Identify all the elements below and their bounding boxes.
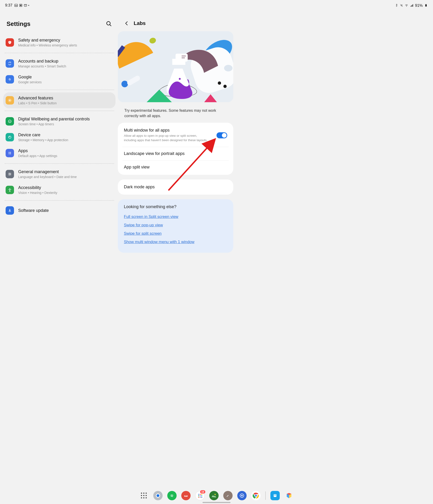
settings-item-title: Digital Wellbeing and parental controls [18,117,90,122]
svg-point-13 [9,152,9,153]
back-button[interactable] [123,20,130,27]
svg-point-15 [9,153,9,154]
settings-item-accounts[interactable]: Accounts and backupManage accounts • Sma… [3,55,116,72]
settings-item-apps[interactable]: AppsDefault apps • App settings [3,145,116,161]
labs-pane: Labs [118,13,236,274]
labs-dark-row-0[interactable]: Dark mode apps [118,180,233,194]
svg-text:!: ! [9,41,10,43]
settings-item-subtitle: Google services [18,80,42,84]
svg-point-18 [10,174,11,175]
devicecare-icon [6,133,14,141]
svg-point-17 [9,173,9,174]
settings-item-google[interactable]: GGoogleGoogle services [3,72,116,87]
settings-item-title: Apps [18,148,57,153]
settings-item-general[interactable]: General managementLanguage and keyboard … [3,166,116,182]
accessibility-icon [6,186,14,194]
labs-row-2[interactable]: App split view [123,160,229,174]
status-left-icons [14,3,29,7]
labs-card-darkmode: Dark mode apps [118,180,233,195]
image-icon [14,3,18,7]
settings-item-title: General management [18,169,77,174]
labs-row-1[interactable]: Landscape view for portrait apps [123,147,229,160]
settings-item-title: Advanced features [18,96,57,100]
svg-point-27 [179,78,181,80]
settings-item-subtitle: Screen time • App timers [18,122,90,126]
apps-icon [6,149,14,157]
svg-rect-0 [15,4,18,7]
looking-for-something-else: Looking for something else? Full screen … [118,199,233,253]
svg-point-34 [224,65,233,72]
svg-text:G: G [9,78,11,81]
safety-icon: ! [6,38,14,47]
wellbeing-icon [6,117,14,126]
lfse-link-0[interactable]: Full screen in Split screen view [124,213,227,221]
chevron-left-icon [124,21,129,26]
svg-point-10 [9,100,10,101]
svg-point-7 [107,21,110,25]
settings-item-subtitle: Storage • Memory • App protection [18,138,68,142]
status-bar: 9:37 91% [0,0,236,11]
settings-item-subtitle: Language and keyboard • Date and time [18,175,77,179]
settings-item-title: Software update [18,208,49,213]
settings-item-wellbeing[interactable]: Digital Wellbeing and parental controlsS… [3,113,116,129]
svg-point-24 [218,81,221,85]
svg-point-3 [25,5,26,6]
search-button[interactable] [105,20,113,27]
lfse-link-1[interactable]: Swipe for pop-up view [124,221,227,229]
settings-item-subtitle: Vision • Hearing • Dexterity [18,191,57,195]
group-separator [5,90,114,90]
settings-item-subtitle: Medical info • Wireless emergency alerts [18,43,77,47]
labs-description: Try experimental features. Some features… [118,106,233,123]
labs-title: Labs [134,20,145,26]
settings-item-advanced[interactable]: Advanced featuresLabs • S Pen • Side but… [3,92,116,108]
status-left: 9:37 [5,3,29,8]
svg-point-31 [122,81,128,87]
google-icon: G [6,75,14,83]
settings-title: Settings [7,20,31,27]
labs-row-0[interactable]: Multi window for all appsAllow all apps … [118,124,233,147]
lfse-heading: Looking for something else? [124,204,227,209]
search-icon [106,21,112,27]
labs-card-main: Multi window for all appsAllow all apps … [118,123,233,175]
square-icon [19,3,23,7]
labs-banner-illustration [118,31,233,102]
group-separator [5,163,114,164]
lfse-link-2[interactable]: Swipe for split screen [124,229,227,238]
group-separator [5,111,114,111]
svg-point-14 [10,152,11,153]
settings-item-title: Accounts and backup [18,59,66,64]
row-title: App split view [124,165,227,170]
row-title: Multi window for all apps [124,128,213,133]
group-separator [5,53,114,53]
svg-point-20 [9,188,10,189]
settings-item-subtitle: Default apps • App settings [18,154,57,158]
settings-item-subtitle: Manage accounts • Smart Switch [18,64,66,68]
settings-item-software[interactable]: Software update [3,203,116,218]
settings-item-safety[interactable]: !Safety and emergencyMedical info • Wire… [3,35,116,50]
svg-point-19 [9,175,9,175]
svg-point-26 [175,82,178,84]
dot-indicator [28,5,29,6]
row-subtitle: Allow all apps to open in pop-up view or… [124,134,208,143]
settings-item-devicecare[interactable]: Device careStorage • Memory • App protec… [3,129,116,145]
settings-item-subtitle: Labs • S Pen • Side button [18,101,57,105]
settings-pane: Settings !Safety and emergencyMedical in… [0,13,118,274]
settings-item-title: Device care [18,133,68,137]
row-title: Dark mode apps [124,185,227,189]
general-icon [6,170,14,178]
svg-point-16 [10,153,11,154]
settings-item-title: Google [18,75,42,80]
row-title: Landscape view for portrait apps [124,151,227,156]
software-icon [6,206,14,215]
settings-item-title: Accessibility [18,185,57,190]
svg-point-11 [9,120,11,123]
toggle-switch[interactable] [216,132,227,138]
svg-point-25 [224,85,227,88]
group-separator [5,200,114,201]
advanced-icon [6,96,14,105]
settings-item-title: Safety and emergency [18,38,77,43]
status-time: 9:37 [5,3,12,8]
settings-item-accessibility[interactable]: AccessibilityVision • Hearing • Dexterit… [3,182,116,198]
inbox-icon [24,3,27,7]
lfse-link-3[interactable]: Show multi window menu with 1 window [124,238,227,246]
